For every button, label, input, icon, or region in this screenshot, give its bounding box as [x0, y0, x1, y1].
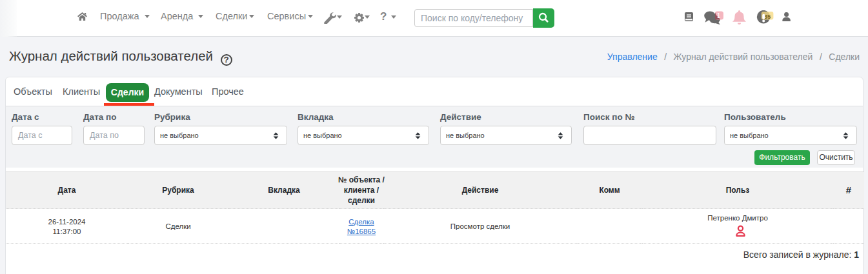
- svg-text:1: 1: [717, 12, 721, 19]
- svg-text:35: 35: [764, 13, 771, 20]
